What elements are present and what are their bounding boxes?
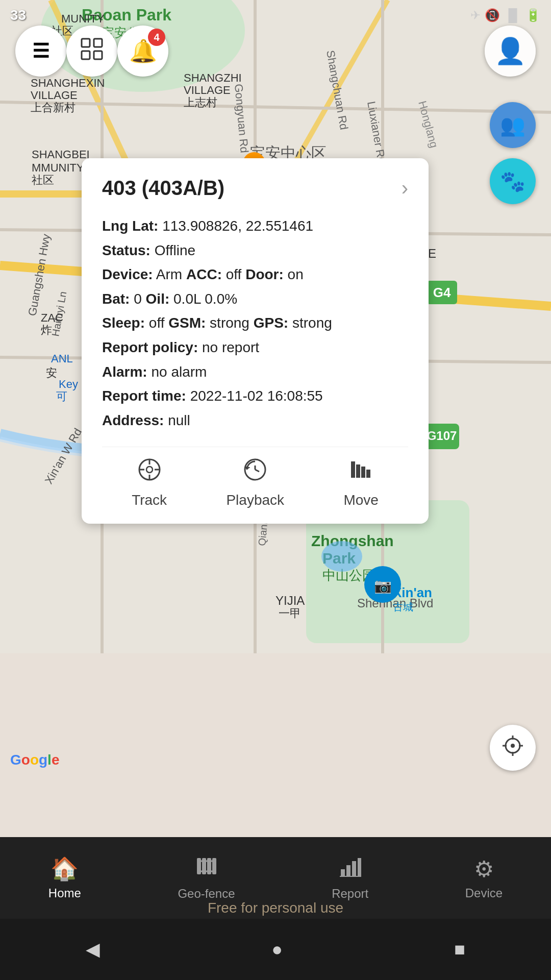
svg-text:炸: 炸 (41, 324, 52, 336)
svg-rect-92 (341, 869, 345, 876)
popup-actions: Track Playback (102, 447, 408, 508)
playback-button[interactable]: Playback (226, 457, 284, 508)
report-time-label: Report time: (102, 388, 186, 404)
alarm-value: no alarm (151, 364, 207, 380)
svg-text:YIJIA: YIJIA (276, 594, 305, 607)
notification-badge: 4 (148, 29, 165, 46)
address-row: Address: null (102, 408, 408, 433)
battery-icon: 🔋 (525, 8, 541, 22)
svg-text:一甲: 一甲 (279, 607, 301, 620)
door-value: on (288, 266, 304, 282)
svg-rect-79 (366, 470, 370, 478)
playback-label: Playback (226, 492, 284, 508)
sleep-gsm-gps-row: Sleep: off GSM: strong GPS: strong (102, 311, 408, 335)
report-time-value: 2022-11-02 16:08:55 (190, 388, 323, 404)
device-row: Device: Arm ACC: off Door: on (102, 262, 408, 287)
svg-text:VILLAGE: VILLAGE (184, 84, 231, 96)
bat-value: 0 (134, 291, 142, 307)
popup-info: Lng Lat: 113.908826, 22.551461 Status: O… (102, 214, 408, 432)
popup-title: 403 (403A/B) (102, 177, 224, 200)
report-policy-label: Report policy: (102, 339, 198, 355)
svg-rect-77 (356, 464, 360, 478)
menu-icon: ☰ (32, 40, 49, 62)
home-sys-button[interactable]: ● (271, 939, 283, 960)
address-value: null (168, 412, 190, 428)
svg-line-75 (255, 470, 259, 472)
svg-text:SHANGBEI: SHANGBEI (32, 148, 90, 161)
track-label: Track (132, 492, 167, 508)
google-logo: Google (10, 752, 59, 768)
bottom-navigation: 🏠 Home Geo-fence Report (0, 837, 551, 919)
geofence-icon (195, 855, 217, 883)
user-profile-button[interactable]: 👤 (485, 26, 536, 77)
nav-home-label: Home (48, 886, 81, 900)
sleep-label: Sleep: (102, 315, 145, 331)
notification-button[interactable]: 🔔 4 (117, 26, 168, 77)
svg-text:MMUNITY: MMUNITY (32, 161, 84, 174)
sleep-value: off (149, 315, 165, 331)
home-icon: 🏠 (51, 855, 79, 882)
svg-text:可: 可 (56, 390, 67, 403)
status-label: Status: (102, 242, 151, 258)
wifi-off-icon: 📵 (485, 8, 500, 22)
menu-button[interactable]: ☰ (15, 26, 66, 77)
svg-point-81 (511, 744, 515, 748)
svg-text:SHANGHEXIN: SHANGHEXIN (31, 77, 105, 89)
lng-lat-row: Lng Lat: 113.908826, 22.551461 (102, 214, 408, 238)
svg-rect-65 (82, 51, 90, 59)
svg-rect-78 (361, 467, 365, 478)
svg-text:社区: 社区 (32, 174, 54, 186)
acc-label: ACC: (186, 266, 222, 282)
svg-text:VILLAGE: VILLAGE (31, 89, 78, 102)
svg-rect-76 (351, 461, 355, 478)
oil-value: 0.0L 0.0% (173, 291, 237, 307)
report-policy-row: Report policy: no report (102, 335, 408, 360)
device-value: Arm (156, 266, 182, 282)
nav-geofence[interactable]: Geo-fence (178, 855, 235, 901)
recents-button[interactable]: ■ (454, 939, 465, 960)
device-popup-card: 403 (403A/B) › Lng Lat: 113.908826, 22.5… (82, 158, 429, 524)
report-policy-value: no report (202, 339, 259, 355)
svg-rect-93 (346, 865, 350, 876)
svg-rect-95 (358, 858, 361, 876)
move-button[interactable]: Move (343, 457, 378, 508)
my-location-button[interactable] (490, 725, 536, 771)
top-controls: ☰ 🔔 4 👤 (0, 26, 551, 77)
status-time: 33 (10, 7, 26, 23)
svg-text:安: 安 (46, 366, 57, 379)
oil-label: Oil: (146, 291, 170, 307)
lng-lat-label: Lng Lat: (102, 218, 158, 234)
track-button[interactable]: Track (132, 457, 167, 508)
svg-text:Key: Key (59, 378, 78, 390)
pet-tracking-button[interactable]: 🐾 (490, 158, 536, 204)
paw-icon: 🐾 (500, 169, 525, 193)
alarm-label: Alarm: (102, 364, 147, 380)
system-navigation: ◀ ● ■ (0, 919, 551, 980)
device-icon: ⚙ (474, 856, 494, 882)
svg-rect-64 (94, 39, 102, 47)
move-label: Move (343, 492, 378, 508)
people-tracking-button[interactable]: 👥 (490, 102, 536, 148)
signal-icon: ▐▌ (504, 8, 521, 22)
status-icons: ✈ 📵 ▐▌ 🔋 (470, 8, 541, 22)
status-value: Offline (155, 242, 195, 258)
report-icon (339, 855, 361, 883)
gps-value: strong (292, 315, 332, 331)
nav-home[interactable]: 🏠 Home (48, 855, 81, 900)
expand-button[interactable] (66, 26, 117, 77)
gps-label: GPS: (254, 315, 288, 331)
bat-oil-row: Bat: 0 Oil: 0.0L 0.0% (102, 287, 408, 311)
nav-device[interactable]: ⚙ Device (465, 856, 503, 900)
report-time-row: Report time: 2022-11-02 16:08:55 (102, 384, 408, 408)
svg-rect-94 (352, 861, 356, 876)
svg-rect-66 (94, 51, 102, 59)
door-label: Door: (245, 266, 284, 282)
popup-navigate-arrow[interactable]: › (402, 177, 408, 200)
svg-point-62 (321, 541, 362, 572)
address-label: Address: (102, 412, 164, 428)
nav-report[interactable]: Report (332, 855, 368, 901)
side-buttons: 👥 🐾 (490, 102, 536, 204)
svg-text:上志村: 上志村 (184, 96, 217, 109)
nav-geofence-label: Geo-fence (178, 887, 235, 901)
back-button[interactable]: ◀ (86, 939, 100, 960)
